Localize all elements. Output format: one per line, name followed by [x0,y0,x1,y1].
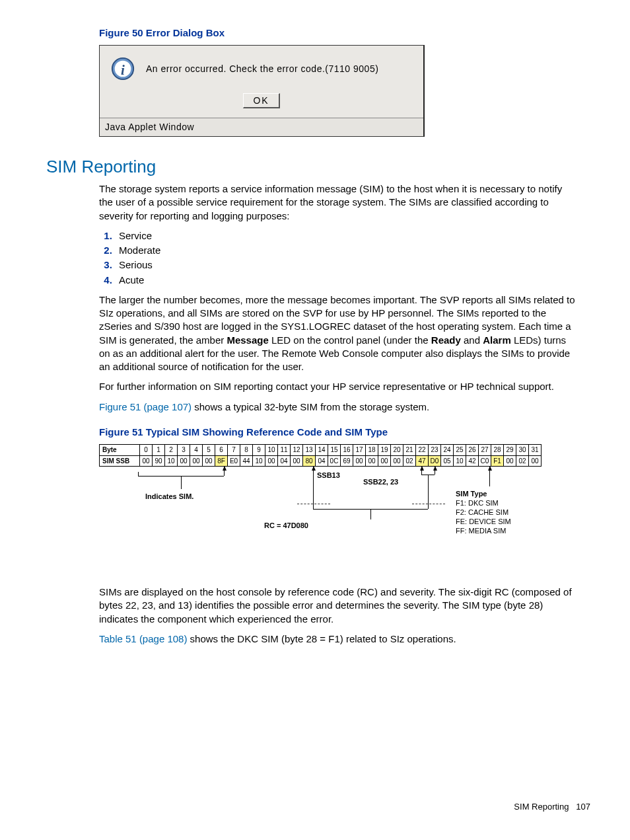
list-item: Service [115,229,590,243]
error-dialog: i An error occurred. Check the error cod… [99,45,425,137]
bold-alarm: Alarm [483,334,511,346]
bold-ready: Ready [431,334,461,346]
annot-type-1: F1: DKC SIM [456,498,499,508]
figure-50-caption: Figure 50 Error Dialog Box [99,26,590,40]
annot-type-3: FE: DEVICE SIM [456,517,511,527]
section-heading: SIM Reporting [46,155,590,178]
info-icon: i [109,55,137,83]
figure-51-caption: Figure 51 Typical SIM Showing Reference … [99,426,590,439]
list-item: Moderate [115,244,590,257]
paragraph-2: The larger the number becomes, more the … [99,293,577,374]
annot-ssb2223: SSB22, 23 [363,477,398,487]
paragraph-3: For further information on SIM reporting… [99,380,577,393]
ok-button[interactable]: OK [243,93,279,108]
page-footer: SIM Reporting 107 [40,801,590,813]
java-applet-status: Java Applet Window [100,118,423,136]
sim-figure: Byte012345678910111213141516171819202122… [99,444,590,586]
figure-51-link[interactable]: Figure 51 (page 107) [99,401,192,412]
sim-byte-table: Byte012345678910111213141516171819202122… [99,444,542,467]
severity-list: Service Moderate Serious Acute [99,229,590,287]
paragraph-5: SIMs are displayed on the host console b… [99,586,577,626]
annot-type-2: F2: CACHE SIM [456,508,508,517]
paragraph-6: Table 51 (page 108) shows the DKC SIM (b… [99,632,577,646]
annot-ssb13: SSB13 [317,471,340,480]
list-item: Acute [115,274,590,287]
annot-indicates: Indicates SIM. [145,492,193,502]
paragraph-intro: The storage system reports a service inf… [99,182,577,223]
dialog-message: An error occurred. Check the error code.… [146,63,378,75]
list-item: Serious [115,258,590,272]
table-51-link[interactable]: Table 51 (page 108) [99,633,187,644]
paragraph-4: Figure 51 (page 107) shows a typical 32-… [99,401,577,414]
sim-annotations: Indicates SIM. SSB13 SSB22, 23 RC = 47D0… [99,467,590,586]
annot-rc: RC = 47D080 [264,521,308,531]
bold-message: Message [227,334,268,346]
svg-text:i: i [121,62,125,78]
annot-type-4: FF: MEDIA SIM [456,526,506,536]
annot-simtype: SIM Type [456,489,487,499]
